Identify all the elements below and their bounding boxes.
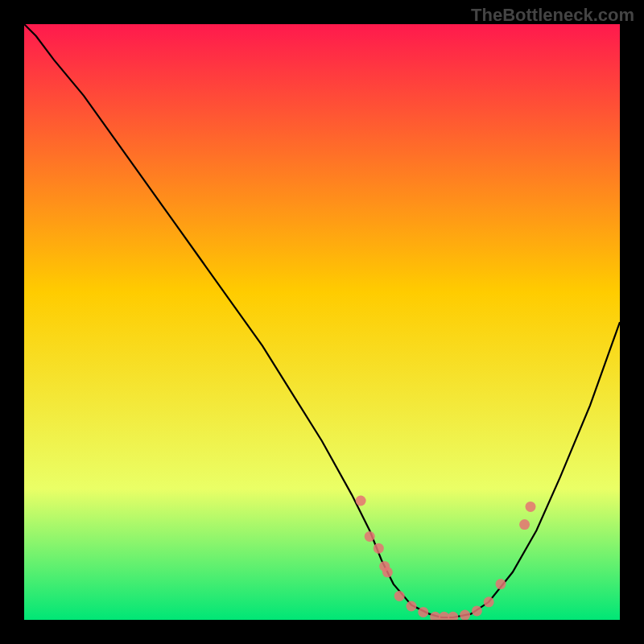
- gradient-background: [24, 24, 620, 620]
- chart-svg: [24, 24, 620, 620]
- scatter-point: [365, 531, 375, 542]
- scatter-point: [407, 601, 417, 612]
- scatter-point: [460, 610, 470, 620]
- scatter-point: [374, 543, 384, 554]
- scatter-point: [356, 496, 366, 506]
- scatter-point: [496, 579, 506, 589]
- scatter-point: [484, 597, 494, 607]
- chart-plot-area: [24, 24, 620, 620]
- scatter-point: [472, 605, 482, 616]
- scatter-point: [526, 502, 536, 512]
- scatter-point: [394, 591, 405, 601]
- scatter-point: [418, 607, 428, 617]
- watermark-text: TheBottleneck.com: [471, 5, 634, 26]
- scatter-point: [382, 567, 393, 577]
- scatter-point: [519, 519, 530, 530]
